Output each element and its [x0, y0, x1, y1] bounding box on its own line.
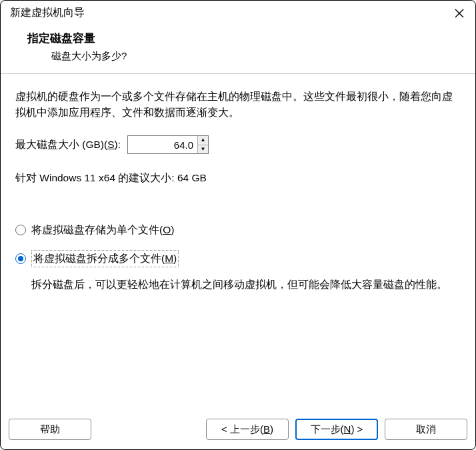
spin-down-button[interactable]: ▼	[198, 145, 208, 154]
radio-single-file[interactable]: 将虚拟磁盘存储为单个文件(O)	[15, 222, 461, 238]
radio-icon	[15, 253, 26, 264]
radio-split-file[interactable]: 将虚拟磁盘拆分成多个文件(M)	[15, 250, 461, 267]
wizard-window: 新建虚拟机向导 指定磁盘容量 磁盘大小为多少? 虚拟机的硬盘作为一个或多个文件存…	[0, 0, 476, 450]
help-button[interactable]: 帮助	[9, 419, 91, 440]
cancel-button[interactable]: 取消	[385, 419, 467, 440]
window-title: 新建虚拟机向导	[10, 6, 85, 20]
radio-split-file-label: 将虚拟磁盘拆分成多个文件(M)	[31, 250, 179, 267]
radio-split-file-desc: 拆分磁盘后，可以更轻松地在计算机之间移动虚拟机，但可能会降低大容量磁盘的性能。	[31, 277, 461, 293]
disk-size-row: 最大磁盘大小 (GB)(S): ▲ ▼	[15, 135, 461, 154]
page-heading: 指定磁盘容量	[27, 31, 449, 46]
next-button[interactable]: 下一步(N) >	[295, 419, 378, 440]
disk-size-input[interactable]	[128, 136, 197, 153]
disk-size-label: 最大磁盘大小 (GB)(S):	[15, 137, 121, 153]
disk-store-radio-group: 将虚拟磁盘存储为单个文件(O) 将虚拟磁盘拆分成多个文件(M) 拆分磁盘后，可以…	[15, 222, 461, 293]
disk-size-spinbox[interactable]: ▲ ▼	[127, 135, 209, 154]
recommendation-text: 针对 Windows 11 x64 的建议大小: 64 GB	[15, 170, 461, 186]
spin-up-button[interactable]: ▲	[198, 136, 208, 145]
close-button[interactable]	[453, 7, 466, 20]
radio-icon	[15, 225, 26, 235]
intro-text: 虚拟机的硬盘作为一个或多个文件存储在主机的物理磁盘中。这些文件最初很小，随着您向…	[15, 89, 461, 121]
page-subheading: 磁盘大小为多少?	[27, 50, 449, 63]
spin-buttons: ▲ ▼	[197, 136, 208, 153]
header-section: 指定磁盘容量 磁盘大小为多少?	[1, 24, 475, 73]
footer: 帮助 < 上一步(B) 下一步(N) > 取消	[1, 412, 475, 449]
back-button[interactable]: < 上一步(B)	[206, 419, 289, 440]
close-icon	[455, 9, 464, 18]
titlebar: 新建虚拟机向导	[1, 1, 475, 24]
content-area: 虚拟机的硬盘作为一个或多个文件存储在主机的物理磁盘中。这些文件最初很小，随着您向…	[1, 74, 475, 412]
radio-single-file-label: 将虚拟磁盘存储为单个文件(O)	[31, 222, 174, 238]
